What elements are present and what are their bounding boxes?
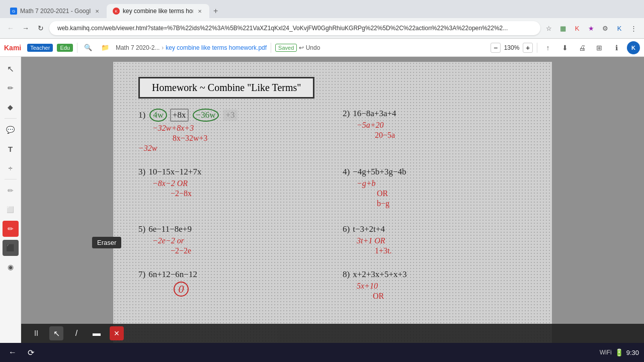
sidebar-draw[interactable]: ✏ [3,183,19,199]
problems-row1: 1) 4w +8x −36w +3 −32w [138,109,537,153]
pause-button[interactable]: ⏸ [29,326,43,340]
worksheet-content: Homework ~ Combine "Like Terms" 1) 4w [138,77,537,311]
tab-google-label: Math 7 2020-2021 - Google D... [20,8,91,15]
taskbar-refresh[interactable]: ⟳ [23,345,38,360]
taskbar-back[interactable]: ← [5,345,20,360]
download-icon[interactable]: ⬇ [558,41,572,54]
prob2-answers: −5a+20 20−5a [357,121,537,140]
prob1-8x: +8x [170,109,189,122]
undo-button[interactable]: ↩ Undo [299,44,320,51]
toolbar-divider1 [77,43,77,53]
google-favicon: G [10,8,17,15]
prob3-answers: −8x−2 OR −2−8x [152,179,333,198]
prob8-eq-row: 8) x+2+3x+5+x+3 [343,269,537,280]
problem-4: 4) −4g+5b+3g−4b −g+b OR b−g [343,167,537,208]
prob5-answers: −2e−2 or −2−2e [152,236,333,255]
tab-kami-close[interactable]: ✕ [196,8,203,15]
taskbar: ← ⟳ WiFi 🔋 9:30 [0,343,644,362]
extension2-icon[interactable]: K [571,22,584,35]
pen-button[interactable]: / [69,326,84,340]
prob1-eq-row: 1) 4w +8x −36w +3 [138,109,333,122]
folder-icon[interactable]: 📁 [99,41,112,54]
sidebar-comment[interactable]: 💬 [3,122,19,138]
eraser-tooltip: Eraser [92,237,121,248]
highlighter-button[interactable]: ▬ [90,326,104,340]
kami-favicon: K [113,8,120,15]
prob1-3: +3 [223,110,237,121]
prob8-ans1: 5x+10 [357,282,537,291]
problem-6: 6) t−3+2t+4 3t+1 OR 1+3t. [343,224,537,255]
forward-button[interactable]: → [19,22,32,35]
prob8-num: 8) [343,269,350,280]
tab-kami[interactable]: K key combine like terms home... ✕ [107,4,209,18]
prob6-eq-row: 6) t−3+2t+4 [343,224,537,234]
share-icon[interactable]: ↑ [541,41,554,54]
sidebar-stamp[interactable]: ◆ [3,99,19,115]
problem-2: 2) 16−8a+3a+4 −5a+20 20−5a [343,109,537,153]
edu-tag[interactable]: Edu [57,44,73,52]
breadcrumb-file[interactable]: key combine like terms homework.pdf [166,44,267,51]
prob6-ans1: 3t+1 OR [357,236,537,245]
prob1-ans2: 8x−32w+3 [173,134,333,143]
worksheet-title-area: Homework ~ Combine "Like Terms" [138,77,537,99]
prob6-eq: t−3+2t+4 [353,224,385,234]
problem-3: 3) 10−15x−12+7x −8x−2 OR −2−8x [138,167,333,208]
zoom-out-button[interactable]: − [491,43,501,53]
prob3-eq-row: 3) 10−15x−12+7x [138,167,333,177]
extension4-icon[interactable]: ⚙ [599,22,612,35]
address-input[interactable] [49,21,540,35]
prob8-ans-or: OR [357,292,537,301]
refresh-button[interactable]: ↻ [34,22,47,35]
extension1-icon[interactable]: ▦ [556,22,570,35]
prob1-4w: 4w [149,109,167,122]
prob2-ans2: 20−5a [375,131,537,140]
sidebar-shapes[interactable]: ⬛ [3,240,19,256]
search-kami-icon[interactable]: 🔍 [82,41,95,54]
close-button[interactable]: ✕ [110,326,124,340]
bookmark-icon[interactable]: ☆ [542,22,555,35]
sidebar-eraser[interactable]: ⬜ [3,202,19,218]
prob4-ans-or: OR [357,189,537,198]
worksheet-title-box: Homework ~ Combine "Like Terms" [138,77,314,99]
address-bar-row: ← → ↻ ☆ ▦ K ★ ⚙ K ⋮ [0,18,644,38]
sidebar-active-draw[interactable]: ✏ [3,221,19,237]
breadcrumb-folder[interactable]: Math 7 2020-2... [116,44,159,51]
teacher-tag[interactable]: Teacher [27,44,53,52]
back-button[interactable]: ← [4,22,17,35]
tab-google-close[interactable]: ✕ [94,8,101,15]
cursor-button[interactable]: ↖ [49,326,63,340]
prob3-num: 3) [138,167,145,177]
prob2-eq: 16−8a+3a+4 [353,109,396,119]
sidebar-pen[interactable]: ✏ [3,80,19,96]
prob7-answers: 0 [174,282,333,297]
prob1-student-work: −32w [138,144,333,153]
sidebar-textbox[interactable]: T [3,141,19,157]
prob2-eq-row: 2) 16−8a+3a+4 [343,109,537,119]
sidebar-divide[interactable]: ÷ [3,160,19,176]
battery-icon: 🔋 [615,348,623,356]
problems-row4: 7) 6n+12−6n−12 0 8) x+2+ [138,269,537,301]
sidebar-marker[interactable]: ◉ [3,259,19,275]
worksheet-title: Homework ~ Combine "Like Terms" [152,82,301,93]
prob7-num: 7) [138,269,145,280]
sidebar-sep2 [5,179,17,179]
pdf-page: Homework ~ Combine "Like Terms" 1) 4w [113,62,552,362]
zoom-in-button[interactable]: + [523,43,533,53]
tab-google[interactable]: G Math 7 2020-2021 - Google D... ✕ [4,4,107,18]
prob1-answers: −32w+8x+3 8x−32w+3 [152,124,333,143]
eraser-tooltip-label: Eraser [97,239,116,246]
info-icon[interactable]: ℹ [610,41,623,54]
user-avatar[interactable]: K [627,41,640,54]
problems-row2: 3) 10−15x−12+7x −8x−2 OR −2−8x [138,167,537,208]
tab-kami-label: key combine like terms home... [123,8,193,15]
grid-icon[interactable]: ⊞ [593,41,606,54]
pdf-area: Homework ~ Combine "Like Terms" 1) 4w [21,57,644,362]
extension3-icon[interactable]: ★ [585,22,598,35]
sidebar-cursor[interactable]: ↖ [3,61,19,77]
more-options-icon[interactable]: ⋮ [627,22,640,35]
save-status: Saved ↩ Undo [275,44,320,52]
new-tab-button[interactable]: + [209,4,222,18]
print-icon[interactable]: 🖨 [576,41,589,54]
extension5-icon[interactable]: K [613,22,626,35]
zoom-value: 130% [503,44,521,51]
